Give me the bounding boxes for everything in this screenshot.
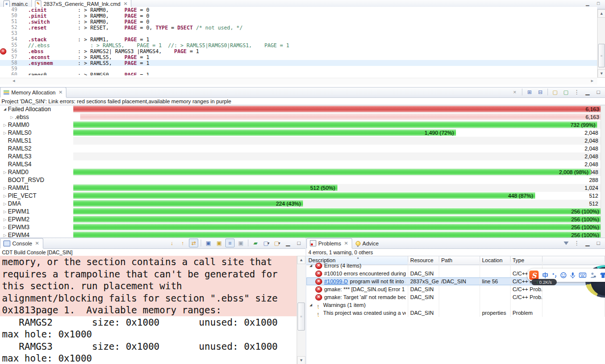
problems-item-row[interactable]: This project was created using a version… bbox=[306, 309, 605, 317]
tab-console[interactable]: Console ✕ bbox=[0, 238, 43, 248]
expand-arrow-icon[interactable]: ▷ bbox=[2, 170, 8, 175]
pin-console-icon[interactable]: ▰ bbox=[251, 239, 260, 247]
punctuation-icon[interactable] bbox=[552, 273, 557, 278]
scroll-up-arrow-icon[interactable]: ▲ bbox=[598, 9, 605, 18]
scroll-up-arrow-icon[interactable]: ▲ bbox=[297, 256, 305, 264]
scroll-to-bottom-icon[interactable]: ↓ bbox=[167, 239, 177, 247]
memory-tree-cell: ▷DMA bbox=[0, 200, 73, 208]
expand-arrow-icon[interactable]: ▷ bbox=[2, 202, 8, 206]
new-view-icon[interactable]: ▢ bbox=[550, 88, 560, 96]
smiley-icon[interactable] bbox=[560, 272, 567, 278]
expand-arrow-icon[interactable]: ▷ bbox=[2, 123, 8, 127]
close-icon[interactable]: ✕ bbox=[123, 1, 127, 6]
expand-arrow-icon[interactable]: ▷ bbox=[2, 225, 8, 230]
memory-row[interactable]: ▷RAMLS02,0481,490 (72%) bbox=[0, 129, 601, 137]
expand-arrow-icon[interactable]: ▷ bbox=[2, 233, 8, 238]
tshirt-icon[interactable] bbox=[600, 272, 605, 278]
scroll-lock-icon[interactable]: ▣ bbox=[214, 239, 224, 247]
collapse-arrow-icon[interactable]: ◢ bbox=[308, 262, 313, 270]
memory-bar-area: 732 (99%) bbox=[73, 121, 601, 129]
memory-row[interactable]: ▷EPWM4256 (100%) bbox=[0, 231, 601, 238]
tab-problems[interactable]: Problems ✕ bbox=[306, 238, 352, 248]
scroll-left-arrow-icon[interactable]: ◄ bbox=[12, 79, 16, 83]
expand-all-icon[interactable]: ⊞ bbox=[525, 88, 534, 96]
open-console-icon[interactable]: ▢▾ bbox=[272, 239, 282, 247]
keyboard-icon[interactable] bbox=[579, 273, 586, 278]
show-console-on-change-icon[interactable]: ⇄ bbox=[189, 239, 198, 247]
clear-icon[interactable]: × bbox=[510, 88, 519, 96]
memory-row[interactable]: ▷RAMD02,0482,008 (98%) bbox=[0, 168, 601, 176]
tab-advice[interactable]: Advice bbox=[352, 238, 383, 248]
minimize-icon[interactable]: ▁ bbox=[583, 88, 592, 96]
problems-item-row[interactable]: ✕gmake: *** [DAC_SIN.out] Error 1DAC_SIN… bbox=[306, 285, 605, 293]
memory-row[interactable]: ▷EPWM3256 (100%) bbox=[0, 223, 601, 231]
error-marker-icon[interactable]: ✕ bbox=[0, 48, 6, 55]
close-icon[interactable]: ✕ bbox=[59, 90, 62, 95]
maximize-icon[interactable]: □ bbox=[594, 239, 603, 247]
error-code-link[interactable]: #10099-D bbox=[324, 277, 348, 285]
display-console-icon[interactable]: ▢▾ bbox=[262, 239, 271, 247]
code-editor[interactable]: 49 .cinit : > RAMM0, PAGE = 050 .pinit :… bbox=[0, 7, 597, 75]
problems-group-row[interactable]: ◢Warnings (1 item) bbox=[306, 301, 605, 309]
memory-row[interactable]: BOOT_RSVD288 bbox=[0, 176, 601, 184]
editor-horizontal-scrollbar[interactable]: ◄ ► bbox=[0, 78, 597, 85]
expand-arrow-icon[interactable]: ▷ bbox=[2, 131, 8, 135]
view-menu-icon[interactable]: ⋮ bbox=[572, 88, 581, 96]
expand-arrow-icon[interactable]: ▷ bbox=[2, 217, 8, 222]
scroll-down-arrow-icon[interactable]: ▼ bbox=[598, 69, 605, 78]
memory-scrollbar[interactable] bbox=[601, 105, 605, 238]
expand-arrow-icon[interactable]: ▷ bbox=[2, 210, 8, 214]
memory-bar-area: 2,048 bbox=[73, 152, 601, 160]
console-scrollbar[interactable]: ▲ ≡ ▼ bbox=[297, 256, 305, 364]
scrollbar-thumb[interactable]: ≡ bbox=[298, 303, 305, 331]
memory-allocation-icon bbox=[3, 90, 9, 95]
problems-item-row[interactable]: ✕gmake: Target 'all' not remade because … bbox=[306, 293, 605, 301]
collapse-arrow-icon[interactable]: ◢ bbox=[308, 301, 313, 309]
minimize-icon[interactable]: ▁ bbox=[283, 239, 293, 247]
memory-row[interactable]: RAMLS42,048 bbox=[0, 160, 601, 168]
scroll-to-top-icon[interactable]: ↑ bbox=[178, 239, 187, 247]
memory-row[interactable]: ▷DMA512224 (43%) bbox=[0, 200, 601, 208]
zhong-icon[interactable] bbox=[542, 272, 548, 278]
memory-row[interactable]: RAMLS12,048 bbox=[0, 137, 601, 145]
minimize-icon[interactable]: ▁ bbox=[583, 239, 592, 247]
memory-tree-cell: ▷RAMM1 bbox=[0, 184, 73, 192]
memory-row[interactable]: ◢Failed Allocation6,163 bbox=[0, 105, 601, 113]
maximize-icon[interactable]: □ bbox=[594, 88, 603, 96]
person-icon[interactable] bbox=[590, 272, 596, 278]
memory-row[interactable]: ▷PIE_VECT512448 (87%) bbox=[0, 192, 601, 200]
scrollbar-thumb[interactable]: ≡ bbox=[598, 44, 605, 67]
filter-icon[interactable] bbox=[561, 239, 571, 247]
expand-arrow-icon[interactable]: ▷ bbox=[9, 115, 15, 120]
close-icon[interactable]: ✕ bbox=[35, 241, 39, 246]
code-line: 53 bbox=[0, 30, 597, 36]
memory-row[interactable]: ▷.ebss6,163 bbox=[0, 113, 601, 121]
memory-row[interactable]: ▷EPWM1256 (100%) bbox=[0, 208, 601, 215]
memory-row[interactable]: ▷RAMM0732 (99%) bbox=[0, 121, 601, 129]
expand-arrow-icon[interactable]: ▷ bbox=[2, 186, 8, 190]
cell-filler bbox=[543, 301, 605, 309]
memory-row[interactable]: RAMLS22,048 bbox=[0, 145, 601, 152]
memory-bar-area: 6,163 bbox=[73, 105, 601, 113]
collapse-all-icon[interactable]: ⊟ bbox=[536, 88, 545, 96]
error-icon: ✕ bbox=[315, 294, 322, 301]
scroll-down-arrow-icon[interactable]: ▼ bbox=[297, 356, 305, 364]
clear-console-icon[interactable]: ▣ bbox=[236, 239, 245, 247]
word-wrap-icon[interactable]: ≡ bbox=[225, 239, 235, 247]
close-icon[interactable]: ✕ bbox=[344, 241, 348, 246]
tab-memory-allocation[interactable]: Memory Allocation ✕ bbox=[0, 87, 66, 97]
view-menu-icon[interactable]: ⋮ bbox=[572, 239, 581, 247]
scroll-right-arrow-icon[interactable]: ► bbox=[590, 79, 594, 83]
memory-row[interactable]: RAMLS32,048 bbox=[0, 152, 601, 160]
network-speed-widget[interactable]: ↓ 0.2K/s bbox=[531, 279, 557, 285]
memory-row[interactable]: ▷RAMM11,024512 (50%) bbox=[0, 184, 601, 192]
tab-label: Console bbox=[12, 241, 32, 246]
export-icon[interactable]: ▢ bbox=[561, 88, 571, 96]
memory-row[interactable]: ▷EPWM2256 (100%) bbox=[0, 215, 601, 223]
expand-arrow-icon[interactable]: ▷ bbox=[2, 194, 8, 198]
microphone-icon[interactable] bbox=[570, 272, 575, 279]
editor-vertical-scrollbar[interactable]: ▲ ≡ ▼ bbox=[597, 9, 605, 78]
console-output-icon[interactable]: ▣ bbox=[204, 239, 213, 247]
maximize-icon[interactable]: □ bbox=[294, 239, 303, 247]
collapse-arrow-icon[interactable]: ◢ bbox=[2, 107, 8, 111]
